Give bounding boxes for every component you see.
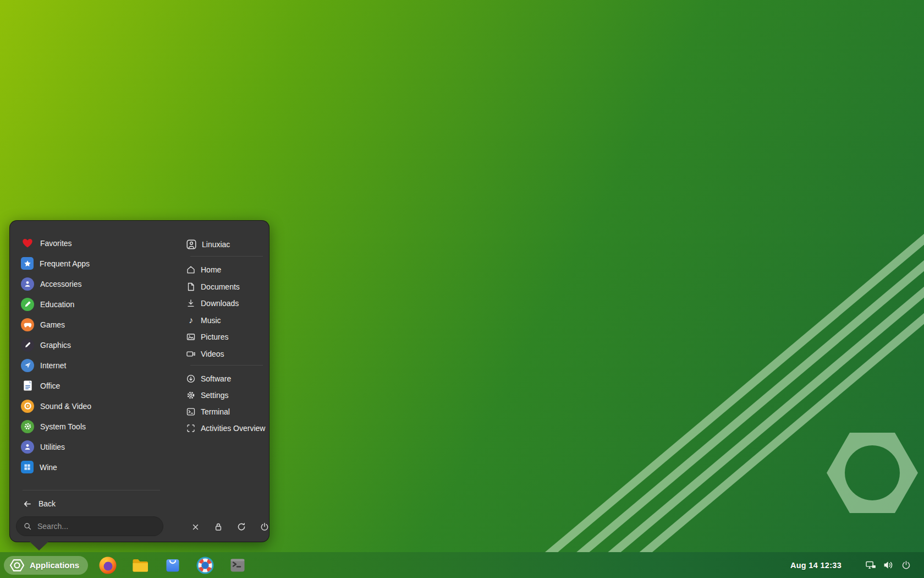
place-pictures[interactable]: Pictures (186, 329, 240, 346)
category-office[interactable]: Office (20, 375, 178, 396)
place-home[interactable]: Home (186, 261, 240, 279)
power-icon (260, 522, 270, 532)
office-document-icon (20, 379, 35, 393)
accessories-icon (21, 277, 34, 291)
games-icon (21, 318, 34, 331)
search-box (16, 516, 163, 536)
search-input[interactable] (36, 521, 156, 531)
firefox-icon (98, 556, 117, 575)
sound-video-icon (21, 400, 34, 413)
restart-icon (237, 522, 246, 532)
category-wine[interactable]: Wine (20, 457, 178, 477)
home-icon (186, 265, 196, 275)
back-button[interactable]: Back (23, 496, 56, 511)
place-videos[interactable]: Videos (186, 346, 240, 363)
category-games[interactable]: Games (20, 314, 178, 335)
category-frequent-apps[interactable]: Frequent Apps (20, 253, 178, 274)
network-indicator[interactable] (865, 559, 877, 571)
menu-pointer-arrow (30, 542, 48, 550)
wallpaper-stripe (470, 235, 924, 578)
software-store-launcher[interactable] (163, 556, 182, 575)
terminal-icon (186, 407, 196, 417)
utilities-icon (21, 440, 34, 454)
divider (190, 256, 263, 257)
system-tray (865, 559, 912, 571)
shortcut-terminal[interactable]: Terminal (186, 403, 265, 420)
taskbar: Applications (0, 552, 924, 578)
wine-icon (21, 461, 34, 473)
places-list: Home Documents Downloads ♪ Music Picture… (186, 261, 240, 362)
terminal-app-icon (228, 556, 247, 575)
firefox-launcher[interactable] (98, 556, 117, 575)
folder-star-icon (21, 257, 34, 270)
picture-icon (186, 332, 196, 342)
user-avatar-icon (186, 239, 197, 250)
power-icon (901, 560, 911, 570)
user-row[interactable]: Linuxiac (186, 238, 230, 251)
place-downloads[interactable]: Downloads (186, 295, 240, 312)
help-lifebuoy-icon (196, 556, 215, 575)
category-accessories[interactable]: Accessories (20, 274, 178, 294)
download-icon (186, 298, 196, 308)
shortcut-settings[interactable]: Settings (186, 387, 265, 403)
shortcut-activities-overview[interactable]: Activities Overview (186, 420, 265, 437)
power-indicator[interactable] (900, 559, 912, 571)
network-icon (865, 559, 877, 571)
applications-menu: Favorites Frequent Apps Accessories Educ… (9, 220, 270, 542)
internet-icon (21, 359, 34, 372)
video-camera-icon (186, 349, 196, 359)
wallpaper-stripe (470, 261, 924, 578)
graphics-icon (21, 339, 34, 352)
lock-button[interactable] (210, 519, 227, 535)
files-folder-icon (131, 556, 150, 575)
shortcut-list: Software Settings Terminal Activities Ov… (186, 370, 265, 437)
heart-icon (20, 236, 35, 250)
restart-button[interactable] (233, 519, 250, 535)
category-graphics[interactable]: Graphics (20, 335, 178, 355)
user-name: Linuxiac (202, 240, 230, 249)
category-education[interactable]: Education (20, 294, 178, 314)
files-launcher[interactable] (131, 556, 150, 575)
system-tools-icon (21, 420, 34, 433)
lock-icon (213, 522, 223, 532)
applications-button[interactable]: Applications (4, 556, 88, 575)
session-buttons (187, 519, 273, 535)
settings-gear-icon (186, 390, 196, 400)
volume-indicator[interactable] (882, 559, 894, 571)
clock[interactable]: Aug 14 12:33 (790, 561, 842, 570)
power-button[interactable] (256, 519, 273, 535)
wallpaper-stripe (470, 208, 924, 578)
place-documents[interactable]: Documents (186, 279, 240, 296)
shortcut-software[interactable]: Software (186, 370, 265, 387)
software-icon (186, 374, 196, 384)
activities-overview-icon (186, 423, 196, 433)
category-utilities[interactable]: Utilities (20, 437, 178, 457)
close-button[interactable] (187, 519, 204, 535)
launcher-list (98, 556, 247, 575)
document-icon (186, 282, 196, 292)
category-sound-video[interactable]: Sound & Video (20, 396, 178, 416)
category-list: Favorites Frequent Apps Accessories Educ… (20, 233, 178, 477)
music-note-icon: ♪ (186, 316, 196, 325)
category-system-tools[interactable]: System Tools (20, 416, 178, 437)
distro-hexnut-logo-icon (9, 559, 25, 572)
back-arrow-icon (23, 499, 32, 509)
volume-icon (883, 559, 894, 571)
terminal-launcher[interactable] (228, 556, 247, 575)
place-music[interactable]: ♪ Music (186, 312, 240, 329)
help-launcher[interactable] (196, 556, 215, 575)
wallpaper-hexnut-logo (826, 432, 919, 514)
category-internet[interactable]: Internet (20, 355, 178, 375)
software-store-icon (163, 556, 182, 575)
close-icon (191, 522, 200, 532)
search-icon (23, 522, 32, 531)
category-favorites[interactable]: Favorites (20, 233, 178, 253)
divider (190, 365, 263, 366)
divider (23, 490, 160, 490)
education-icon (21, 298, 34, 311)
